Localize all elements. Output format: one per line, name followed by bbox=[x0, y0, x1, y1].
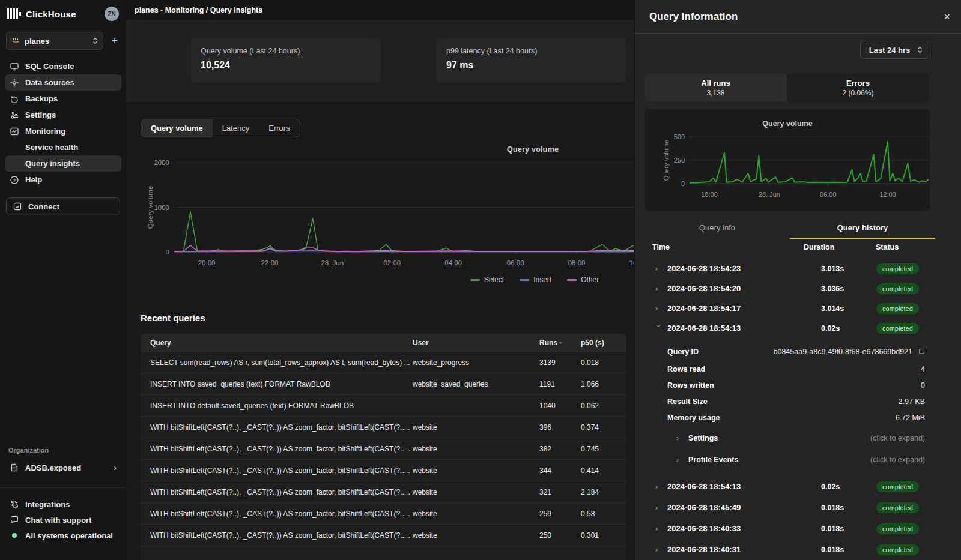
segment-errors[interactable]: Errors 2 (0.06%) bbox=[787, 74, 929, 101]
history-row[interactable]: ›2024-06-28 18:54:203.036scompleted bbox=[644, 278, 925, 298]
history-duration: 0.018s bbox=[821, 504, 876, 512]
stats-band: Query volume (Last 24 hours) 10,524 p99 … bbox=[126, 20, 634, 102]
table-cell: 0.58 bbox=[581, 510, 626, 518]
time-range-select[interactable]: Last 24 hrs bbox=[860, 41, 929, 59]
chevron-right-icon[interactable]: › bbox=[655, 545, 667, 554]
expandable-section-settings[interactable]: ›Settings(click to expand) bbox=[644, 429, 925, 447]
history-row[interactable]: ›2024-06-28 18:40:330.018scompleted bbox=[644, 518, 925, 539]
mini-chart-svg: 025050018:0028. Jun06:0012:00Query volum… bbox=[644, 109, 930, 211]
table-cell: 0.018 bbox=[581, 358, 626, 367]
expandable-section-profile-events[interactable]: ›Profile Events(click to expand) bbox=[644, 451, 925, 469]
sidebar-item-system-status[interactable]: All systems operational bbox=[5, 528, 121, 543]
svg-text:2000: 2000 bbox=[154, 159, 169, 166]
svg-text:500: 500 bbox=[674, 133, 685, 140]
table-cell: website bbox=[413, 488, 539, 496]
user-avatar[interactable]: ZN bbox=[105, 7, 119, 21]
status-badge: completed bbox=[876, 523, 919, 534]
sidebar-item-integrations[interactable]: Integrations bbox=[5, 496, 121, 512]
history-duration: 3.013s bbox=[821, 265, 876, 273]
table-cell: website bbox=[413, 423, 539, 432]
organization-icon bbox=[10, 463, 19, 472]
svg-text:?: ? bbox=[13, 178, 16, 183]
chevron-right-icon[interactable]: › bbox=[655, 264, 667, 273]
table-cell: website_saved_queries bbox=[413, 380, 539, 388]
history-row[interactable]: ›2024-06-28 18:54:233.013scompleted bbox=[644, 259, 925, 278]
legend-item[interactable]: Other bbox=[567, 275, 599, 284]
table-row[interactable]: INSERT INTO default.saved_queries (text)… bbox=[141, 394, 626, 416]
svg-text:28. Jun: 28. Jun bbox=[321, 259, 344, 266]
sidebar-item-chat-support[interactable]: Chat with support bbox=[5, 512, 121, 528]
table-row[interactable]: WITH bitShiftLeft(CAST(?..), _CAST(?..))… bbox=[141, 481, 626, 502]
status-badge: completed bbox=[876, 481, 919, 492]
column-runs[interactable]: Runs› bbox=[539, 339, 581, 347]
legend-item[interactable]: Select bbox=[470, 275, 504, 284]
organization-name: ADSB.exposed bbox=[25, 463, 81, 472]
table-cell: 0.062 bbox=[581, 402, 626, 410]
sort-desc-icon: › bbox=[557, 342, 565, 344]
copy-icon[interactable] bbox=[917, 348, 925, 356]
svg-text:Query volume: Query volume bbox=[662, 140, 670, 181]
svg-text:22:00: 22:00 bbox=[261, 259, 279, 266]
table-row[interactable]: WITH bitShiftLeft(CAST(?..), _CAST(?..))… bbox=[141, 438, 626, 459]
column-user[interactable]: User bbox=[413, 339, 539, 347]
history-row[interactable]: ›2024-06-28 18:45:490.018scompleted bbox=[644, 497, 925, 518]
connect-button[interactable]: Connect bbox=[6, 197, 120, 215]
svg-text:18:00: 18:00 bbox=[701, 191, 718, 198]
table-cell: 3139 bbox=[539, 358, 581, 367]
sidebar-item-sql-console[interactable]: SQL Console bbox=[5, 58, 121, 74]
detail-value: 6.72 MiB bbox=[896, 414, 925, 422]
history-time: 2024-06-28 18:54:20 bbox=[667, 284, 821, 293]
panel-tab-group: Query info Query history bbox=[644, 221, 935, 238]
legend-item[interactable]: Insert bbox=[520, 275, 551, 284]
tab-query-volume[interactable]: Query volume bbox=[141, 119, 213, 137]
table-row[interactable]: WITH bitShiftLeft(CAST(?..), _CAST(?..))… bbox=[141, 502, 626, 524]
history-row[interactable]: ›2024-06-28 18:54:173.014scompleted bbox=[644, 298, 925, 318]
sidebar-item-label: Backups bbox=[25, 94, 58, 103]
sidebar-item-data-sources[interactable]: Data sources bbox=[5, 74, 121, 91]
close-icon[interactable]: × bbox=[944, 11, 950, 22]
table-cell: WITH bitShiftLeft(CAST(?..), _CAST(?..))… bbox=[150, 445, 413, 453]
table-row[interactable]: WITH bitShiftLeft(CAST(?..), _CAST(?..))… bbox=[141, 524, 626, 546]
sidebar-item-settings[interactable]: Settings bbox=[5, 107, 121, 123]
segment-all-runs[interactable]: All runs 3,138 bbox=[644, 74, 787, 101]
sidebar-item-service-health[interactable]: Service health bbox=[5, 139, 121, 155]
add-service-button[interactable]: + bbox=[109, 35, 120, 47]
sidebar-item-query-insights[interactable]: Query insights bbox=[5, 155, 121, 172]
chevron-right-icon[interactable]: › bbox=[655, 503, 667, 512]
panel-query-volume-chart: 025050018:0028. Jun06:0012:00Query volum… bbox=[644, 109, 930, 211]
sidebar-item-help[interactable]: ? Help bbox=[5, 172, 121, 188]
chevron-right-icon[interactable]: › bbox=[655, 304, 667, 313]
table-cell: website bbox=[413, 510, 539, 518]
table-row[interactable]: WITH bitShiftLeft(CAST(?..), _CAST(?..))… bbox=[141, 416, 626, 438]
status-badge: completed bbox=[876, 502, 919, 513]
table-row[interactable]: WITH bitShiftLeft(CAST(?..), _CAST(?..))… bbox=[141, 459, 626, 481]
sidebar-item-backups[interactable]: Backups bbox=[5, 91, 121, 107]
tab-latency[interactable]: Latency bbox=[213, 119, 259, 137]
organization-item[interactable]: ADSB.exposed › bbox=[5, 459, 121, 477]
history-row[interactable]: ›2024-06-28 18:54:130.02scompleted bbox=[644, 318, 925, 338]
help-icon: ? bbox=[10, 175, 19, 185]
history-row[interactable]: ›2024-06-28 18:40:310.018scompleted bbox=[644, 539, 925, 560]
table-cell: website_progress bbox=[413, 358, 539, 367]
tab-query-history[interactable]: Query history bbox=[790, 221, 935, 238]
sidebar-item-monitoring[interactable]: Monitoring bbox=[5, 123, 121, 139]
tab-query-info[interactable]: Query info bbox=[644, 221, 790, 238]
column-p50[interactable]: p50 (s) bbox=[581, 339, 626, 347]
legend-swatch-icon bbox=[470, 279, 480, 281]
table-cell: WITH bitShiftLeft(CAST(?..), _CAST(?..))… bbox=[150, 423, 413, 432]
history-row[interactable]: ›2024-06-28 18:54:130.02scompleted bbox=[644, 476, 925, 497]
column-query[interactable]: Query bbox=[150, 339, 413, 347]
table-row[interactable]: SELECT sum(read_rows) AS r, sum(total_ro… bbox=[141, 351, 626, 373]
table-cell: WITH bitShiftLeft(CAST(?..), _CAST(?..))… bbox=[150, 510, 413, 518]
chevron-right-icon[interactable]: › bbox=[655, 524, 667, 533]
table-row[interactable]: INSERT INTO saved_queries (text) FORMAT … bbox=[141, 373, 626, 394]
detail-row: Rows written0 bbox=[644, 377, 925, 393]
tab-errors[interactable]: Errors bbox=[259, 119, 299, 137]
stat-label: p99 latency (Last 24 hours) bbox=[446, 47, 616, 55]
chevron-right-icon[interactable]: › bbox=[655, 482, 667, 491]
chevron-right-icon[interactable]: › bbox=[655, 284, 667, 293]
workspace-select[interactable]: planes bbox=[6, 32, 103, 50]
detail-value: 0 bbox=[921, 381, 925, 390]
chevron-down-icon[interactable]: › bbox=[655, 325, 664, 332]
svg-text:Query volume: Query volume bbox=[507, 145, 559, 154]
